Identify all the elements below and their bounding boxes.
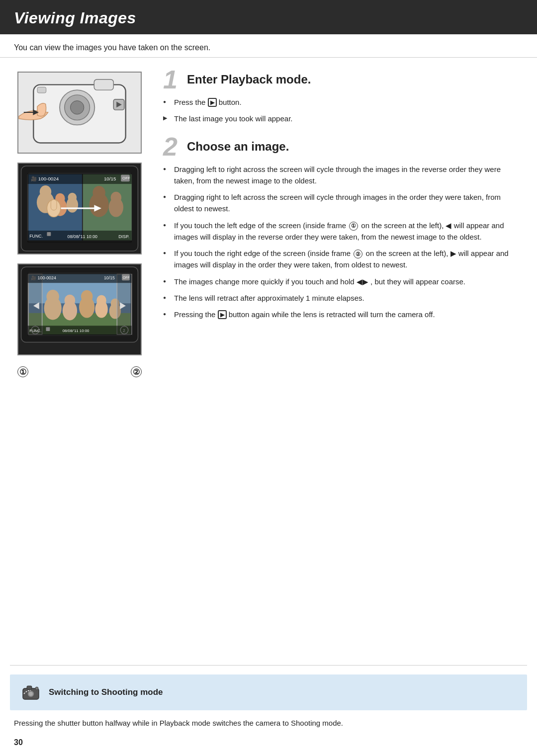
svg-point-3 xyxy=(70,101,84,114)
page: Viewing Images You can view the images y… xyxy=(0,0,537,756)
step-2-header: 2 Choose an image. xyxy=(163,134,522,160)
svg-rect-70 xyxy=(27,686,32,689)
svg-rect-29 xyxy=(47,232,51,236)
page-number: 30 xyxy=(0,734,537,756)
svg-point-71 xyxy=(35,687,38,690)
notice-content: Switching to Shooting mode xyxy=(49,687,163,697)
camera-image-3: 1 2 🎥 100-0024 10/15 OFF xyxy=(17,263,142,355)
svg-point-16 xyxy=(68,193,77,203)
notice-box: Switching to Shooting mode xyxy=(10,674,527,710)
page-title: Viewing Images xyxy=(14,9,523,27)
svg-text:OFF: OFF xyxy=(122,176,130,180)
svg-rect-65 xyxy=(46,327,50,331)
main-content: 🎥 100-0024 10/15 OFF FUNC. 08/08/'11 10:… xyxy=(0,58,537,665)
playback-icon-1: ▶ xyxy=(208,98,217,107)
step-1-bullet-2: The last image you took will appear. xyxy=(163,113,522,124)
notice-title: Switching to Shooting mode xyxy=(49,687,163,697)
svg-text:FUNC.: FUNC. xyxy=(29,234,43,239)
svg-point-45 xyxy=(81,290,92,303)
svg-point-21 xyxy=(111,192,122,203)
step-2-bullets: Dragging left to right across the screen… xyxy=(163,164,522,321)
step-1-bullet-1: Press the ▶ button. xyxy=(163,96,522,108)
step-2-bullet-7: Pressing the ▶ button again while the le… xyxy=(163,309,522,320)
svg-rect-5 xyxy=(37,87,46,93)
svg-text:DISP.: DISP. xyxy=(118,234,129,239)
svg-rect-50 xyxy=(28,274,42,335)
step-2-bullet-3: If you touch the left edge of the screen… xyxy=(163,220,522,243)
notice-icon xyxy=(20,681,42,703)
svg-point-69 xyxy=(29,692,33,696)
annotation-1: ① xyxy=(17,366,28,377)
svg-text:08/08/'11  10:00: 08/08/'11 10:00 xyxy=(68,234,97,239)
annotation-2: ② xyxy=(131,366,142,377)
step-1-bullets: Press the ▶ button. The last image you t… xyxy=(163,96,522,125)
step-1-title: Enter Playback mode. xyxy=(187,67,311,86)
svg-text:10/15: 10/15 xyxy=(104,275,115,280)
svg-text:OFF: OFF xyxy=(123,276,130,279)
svg-rect-34 xyxy=(51,199,57,210)
step-1-number: 1 xyxy=(163,67,182,92)
step-2-bullet-4: If you touch the right edge of the scree… xyxy=(163,248,522,271)
frame-label-2: ② xyxy=(354,250,362,258)
svg-text:08/08/'11  10:00: 08/08/'11 10:00 xyxy=(63,329,90,333)
step-2-number: 2 xyxy=(163,134,182,160)
instructions-column: 1 Enter Playback mode. Press the ▶ butto… xyxy=(149,67,527,665)
svg-text:🎥 100-0024: 🎥 100-0024 xyxy=(31,175,59,182)
camera-image-1 xyxy=(17,72,142,154)
svg-point-41 xyxy=(46,290,59,303)
image-annotations: ① ② xyxy=(17,366,142,377)
step-2-title: Choose an image. xyxy=(187,134,289,154)
section-divider xyxy=(10,665,527,666)
step-2-bullet-6: The lens will retract after approximatel… xyxy=(163,292,522,304)
svg-text:10/15: 10/15 xyxy=(104,176,116,181)
svg-rect-54 xyxy=(117,274,131,335)
svg-point-43 xyxy=(65,295,76,306)
frame-label-1: ① xyxy=(349,222,358,231)
playback-icon-2: ▶ xyxy=(218,310,227,319)
svg-text:FUNC.: FUNC. xyxy=(29,329,41,333)
svg-text:🎥 100-0024: 🎥 100-0024 xyxy=(31,275,56,281)
image-column: 🎥 100-0024 10/15 OFF FUNC. 08/08/'11 10:… xyxy=(10,67,149,665)
svg-point-47 xyxy=(96,295,106,306)
title-bar: Viewing Images xyxy=(0,0,537,34)
step-2-bullet-5: The images change more quickly if you to… xyxy=(163,276,522,287)
notice-body: Pressing the shutter button halfway whil… xyxy=(0,710,537,734)
step-2-bullet-1: Dragging left to right across the screen… xyxy=(163,164,522,187)
svg-rect-4 xyxy=(94,80,113,90)
intro-text: You can view the images you have taken o… xyxy=(0,34,537,58)
svg-point-19 xyxy=(92,186,105,199)
svg-point-12 xyxy=(40,185,51,198)
step-2-bullet-2: Dragging right to left across the screen… xyxy=(163,191,522,215)
step-1-header: 1 Enter Playback mode. xyxy=(163,67,522,92)
camera-image-2: 🎥 100-0024 10/15 OFF FUNC. 08/08/'11 10:… xyxy=(17,163,142,254)
